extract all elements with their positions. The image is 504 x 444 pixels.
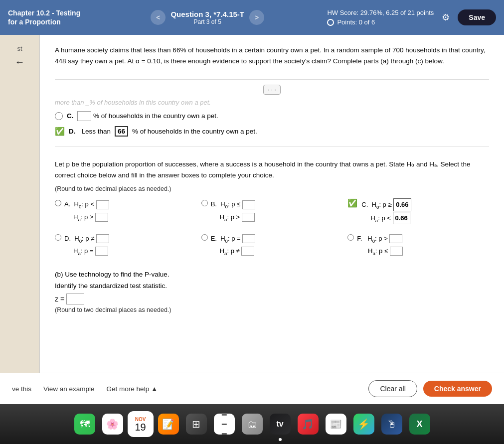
sidebar-back-button[interactable]: ← bbox=[15, 56, 25, 68]
hyp-e-h0-blank[interactable] bbox=[242, 234, 255, 243]
chapter-title: Chapter 10.2 - Testing for a Proportion bbox=[8, 8, 88, 26]
hyp-d-radio[interactable] bbox=[55, 234, 61, 241]
hw-score: HW Score: 29.76%, 6.25 of 21 points Poin… bbox=[327, 8, 434, 27]
hypothesis-grid: A. H0: p < Ha: p ≥ B. H0: p ≤ Ha: p > ✅ … bbox=[55, 198, 489, 258]
clear-all-button[interactable]: Clear all bbox=[368, 380, 417, 397]
gear-icon[interactable]: ⚙ bbox=[442, 12, 450, 23]
divider1 bbox=[55, 79, 489, 80]
next-button[interactable]: > bbox=[249, 10, 264, 25]
option-c-radio[interactable] bbox=[55, 112, 63, 120]
option-d-text-post: % of households in the country own a pet… bbox=[132, 128, 257, 135]
points-text: Points: 0 of 6 bbox=[337, 17, 375, 27]
divider2 bbox=[55, 147, 489, 147]
dock-item-calendar[interactable]: NOV 19 bbox=[128, 411, 154, 437]
part-b: (b) Use technology to find the P-value. … bbox=[55, 271, 489, 319]
dock-item-shortcuts[interactable]: ⚡ bbox=[351, 411, 377, 437]
hyp-b-h0-blank[interactable] bbox=[242, 200, 255, 209]
footer-right: Clear all Check answer bbox=[368, 380, 492, 397]
save-button[interactable]: Save bbox=[458, 9, 496, 25]
option-c-text: % of households in the country own a pet… bbox=[93, 112, 218, 120]
hyp-d-h0-blank[interactable] bbox=[96, 234, 109, 243]
dock-item-cursor[interactable]: 🖱 bbox=[379, 411, 405, 437]
hyp-c-h0-value: 0.66 bbox=[393, 198, 411, 211]
hyp-option-d: D. H0: p ≠ Ha: p = bbox=[55, 233, 196, 258]
hyp-e-ha: Ha: p ≠ bbox=[211, 245, 256, 258]
dock-item-music[interactable]: 🎵 bbox=[295, 411, 321, 437]
dock-item-news[interactable]: 📰 bbox=[323, 411, 349, 437]
hyp-f-h0: F. H0: p > bbox=[357, 233, 402, 245]
chapter-info: Chapter 10.2 - Testing for a Proportion bbox=[8, 8, 88, 26]
hyp-c-ha-value: 0.66 bbox=[393, 212, 410, 224]
sidebar: st ← bbox=[0, 35, 40, 373]
prev-button[interactable]: < bbox=[151, 10, 166, 25]
option-c-blank[interactable] bbox=[77, 111, 91, 121]
option-d-text-pre: Less than bbox=[82, 128, 111, 135]
hyp-c-check-icon: ✅ bbox=[347, 198, 357, 208]
hyp-a-text: A. H0: p < Ha: p ≥ bbox=[64, 198, 109, 223]
dock-item-photos[interactable]: 🌸 bbox=[100, 411, 126, 437]
option-c-label: C. % of households in the country own a … bbox=[67, 111, 218, 121]
calendar-day: 19 bbox=[135, 422, 146, 432]
expand-dots-button[interactable]: · · · bbox=[263, 85, 281, 95]
identify-label: Identify the standardized test statistic… bbox=[55, 282, 489, 290]
check-d-icon: ✅ bbox=[55, 127, 65, 136]
z-input[interactable] bbox=[66, 294, 84, 304]
main-area: st ← A humane society claims that less t… bbox=[0, 35, 504, 373]
hyp-a-ha: Ha: p ≥ bbox=[64, 211, 109, 224]
hyp-d-text: D. H0: p ≠ Ha: p = bbox=[64, 233, 109, 258]
save-this-link[interactable]: ve this bbox=[12, 385, 31, 393]
question-nav: < Question 3, *7.4.15-T Part 3 of 5 > bbox=[94, 10, 321, 25]
hyp-e-h0: E. H0: p = bbox=[211, 233, 256, 245]
dock-item-files[interactable]: 🗂 bbox=[239, 411, 265, 437]
dock-item-maps[interactable]: 🗺 bbox=[72, 411, 98, 437]
footer-bar: ve this View an example Get more help ▲ … bbox=[0, 373, 504, 404]
hyp-option-c: ✅ C. H0: p ≥ 0.66 Ha: p < 0.66 bbox=[347, 198, 489, 224]
dock-item-reminders[interactable]: 📝 bbox=[156, 411, 181, 437]
option-c-row: C. % of households in the country own a … bbox=[55, 111, 489, 121]
collapsed-section: · · · bbox=[55, 85, 489, 95]
hyp-f-h0-blank[interactable] bbox=[389, 234, 402, 243]
hyp-a-h0-blank[interactable] bbox=[96, 200, 109, 209]
hyp-d-ha-blank[interactable] bbox=[95, 247, 108, 256]
hyp-option-f: F. H0: p > Ha: p ≤ bbox=[347, 233, 489, 258]
blurred-text: more than _% of households in this count… bbox=[55, 99, 489, 106]
dock-item-excel[interactable]: X bbox=[407, 411, 433, 437]
hyp-c-ha: Ha: p < 0.66 bbox=[361, 212, 411, 225]
get-help-link[interactable]: Get more help ▲ bbox=[107, 385, 158, 393]
hyp-e-text: E. H0: p = Ha: p ≠ bbox=[211, 233, 256, 258]
dock-item-tv[interactable]: tv bbox=[267, 411, 293, 437]
check-answer-button[interactable]: Check answer bbox=[423, 381, 492, 397]
option-c-id: C. bbox=[67, 112, 74, 120]
round-note: (Round to two decimal places as needed.) bbox=[55, 185, 489, 192]
hyp-b-ha-blank[interactable] bbox=[242, 213, 255, 222]
view-example-link[interactable]: View an example bbox=[43, 385, 95, 393]
hyp-f-ha-blank[interactable] bbox=[390, 247, 403, 256]
hyp-b-radio[interactable] bbox=[201, 200, 208, 206]
question-text: A humane society claims that less than 6… bbox=[55, 45, 489, 66]
hyp-e-radio[interactable] bbox=[201, 234, 208, 241]
hyp-option-a: A. H0: p < Ha: p ≥ bbox=[55, 198, 196, 224]
dock-item-finder[interactable]: ━━━ bbox=[211, 411, 237, 437]
hw-score-text: HW Score: 29.76%, 6.25 of 21 points bbox=[327, 8, 434, 18]
option-d-value: 66 bbox=[115, 126, 128, 137]
hyp-f-radio[interactable] bbox=[347, 234, 354, 241]
dock-item-notes[interactable]: ⊞ bbox=[183, 411, 209, 437]
section2-text: Let p be the population proportion of su… bbox=[55, 159, 489, 180]
calendar-month: NOV bbox=[135, 417, 146, 422]
hyp-option-e: E. H0: p = Ha: p ≠ bbox=[201, 233, 343, 258]
sidebar-label: st bbox=[17, 45, 22, 52]
dock-notification-dot bbox=[279, 438, 282, 441]
z-row: z = bbox=[55, 294, 489, 304]
hyp-b-h0: B. H0: p ≤ bbox=[211, 198, 255, 211]
hyp-e-ha-blank[interactable] bbox=[241, 247, 254, 256]
question-title: Question 3, *7.4.15-T bbox=[170, 10, 244, 18]
hyp-a-ha-blank[interactable] bbox=[95, 213, 108, 222]
hyp-c-text: C. H0: p ≥ 0.66 Ha: p < 0.66 bbox=[361, 198, 411, 224]
hyp-b-ha: Ha: p > bbox=[211, 211, 255, 224]
hyp-a-radio[interactable] bbox=[55, 200, 61, 206]
part-b-label: (b) Use technology to find the P-value. bbox=[55, 271, 489, 278]
hyp-option-b: B. H0: p ≤ Ha: p > bbox=[201, 198, 343, 224]
hyp-a-h0: A. H0: p < bbox=[64, 198, 109, 211]
mac-dock: 🗺 🌸 NOV 19 📝 ⊞ ━━━ 🗂 tv 🎵 📰 ⚡ 🖱 X bbox=[0, 404, 504, 444]
hyp-d-ha: Ha: p = bbox=[64, 245, 109, 258]
